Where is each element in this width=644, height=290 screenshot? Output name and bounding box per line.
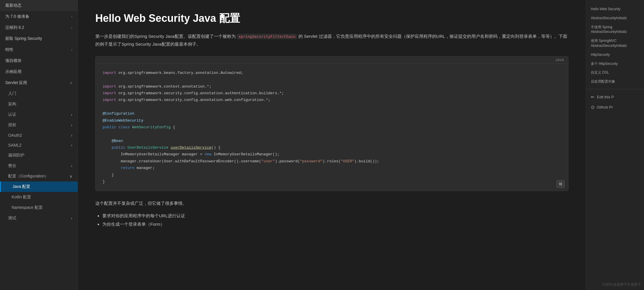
main-content: Hello Web Security Java 配置 第一步是创建我们的Spri… — [78, 0, 586, 290]
code-lang-label: JAVA — [555, 58, 564, 62]
sidebar-item-v7[interactable]: 为 7.0 做准备 › — [0, 11, 78, 22]
chevron-down-icon: ∨ — [69, 174, 72, 179]
sidebar-item-label: 入门 — [8, 91, 16, 96]
sidebar-item-label: 架构 — [8, 102, 16, 107]
code-block-wrapper: JAVA import org.springframework.beans.fa… — [95, 56, 568, 191]
sidebar-item-get-spring[interactable]: 获取 Spring Security — [0, 33, 78, 44]
list-item: 为你生成一个登录表单（Form） — [102, 220, 568, 229]
sidebar-item-auth[interactable]: 认证 › — [0, 109, 78, 120]
sidebar-item-label: 漏洞防护 — [8, 153, 24, 158]
toc-item-abstract3[interactable]: 使用 SpringMVC AbstractSecurityInitializ — [586, 36, 644, 50]
sidebar-item-java-config[interactable]: Java 配置 — [0, 182, 78, 192]
sidebar-item-samples[interactable]: 示例应用 — [0, 66, 78, 77]
sidebar-item-label: Kotlin 配置 — [12, 195, 31, 200]
sidebar-item-label: 示例应用 — [5, 69, 22, 74]
sidebar-item-servlet[interactable]: Servlet 应用 ∨ — [0, 77, 78, 88]
chevron-right-icon: › — [71, 123, 72, 127]
sidebar-item-label: Namespace 配置 — [12, 205, 43, 210]
list-item: 要求对你的应用程序中的每个URL进行认证 — [102, 212, 568, 220]
chevron-right-icon: › — [71, 216, 72, 220]
sidebar-item-saml2[interactable]: SAML2 › — [0, 140, 78, 150]
sidebar-item-label: 授权 — [8, 122, 16, 128]
toc-item-post-process[interactable]: 后处理配置对象 — [586, 77, 644, 86]
sidebar-item-oauth2[interactable]: OAuth2 › — [0, 130, 78, 140]
toc-item-hello[interactable]: Hello Web Security — [586, 5, 644, 14]
toc-item-custom-dsl[interactable]: 自定义 DSL — [586, 68, 644, 77]
watermark: CSDN @蓝胖子不是胖子 — [602, 282, 641, 287]
sidebar-item-label: SAML2 — [8, 143, 22, 147]
edit-icon: ✏ — [591, 95, 595, 100]
sidebar-item-getting-started[interactable]: 入门 — [0, 88, 78, 99]
sidebar-item-label: Servlet 应用 — [5, 80, 27, 86]
sidebar-item-label: 为 7.0 做准备 — [5, 14, 29, 19]
divider — [586, 89, 644, 89]
chevron-right-icon: › — [71, 163, 72, 168]
edit-this-action[interactable]: ✏ Edit this P — [586, 92, 644, 102]
sidebar-item-label: 特性 — [5, 47, 13, 52]
copy-button[interactable]: ⧉ — [557, 180, 565, 188]
code-block: import org.springframework.beans.factory… — [96, 64, 568, 191]
sidebar-item-kotlin-config[interactable]: Kotlin 配置 — [0, 192, 78, 202]
sidebar-item-label: 获取 Spring Security — [5, 36, 42, 41]
code-block-header: JAVA — [96, 56, 568, 64]
sidebar-item-label: Java 配置 — [12, 184, 30, 189]
sidebar-item-label: 认证 — [8, 112, 16, 117]
sidebar-item-configuration[interactable]: 配置（Configuration） ∨ — [0, 171, 78, 182]
toc-item-http-security[interactable]: HttpSecurity — [586, 50, 644, 59]
summary-text: 这个配置并不复杂或广泛，但它做了很多事情。 — [95, 199, 568, 207]
chevron-right-icon: › — [71, 26, 72, 30]
sidebar-item-label: 项目模块 — [5, 58, 22, 63]
sidebar-item-features[interactable]: 特性 › — [0, 44, 78, 55]
chevron-right-icon: › — [71, 143, 72, 147]
sidebar-item-v62[interactable]: 迁移到 6.2 › — [0, 22, 78, 33]
edit-label: Edit this P — [597, 95, 614, 99]
intro-paragraph: 第一步是创建我们的Spring Security Java配置。该配置创建了一个… — [95, 32, 568, 48]
sidebar-item-latest[interactable]: 最新动态 — [0, 0, 78, 11]
sidebar-item-testing[interactable]: 测试 › — [0, 213, 78, 223]
sidebar-item-architecture[interactable]: 架构 — [0, 99, 78, 109]
sidebar-item-label: OAuth2 — [8, 133, 22, 138]
page-title: Hello Web Security Java 配置 — [95, 12, 568, 25]
chevron-right-icon: › — [71, 48, 72, 52]
toc-item-abstract2[interactable]: 不使用 Spring AbstractSecurityInitializ — [586, 23, 644, 37]
right-sidebar: Hello Web Security AbstractSecurityIniti… — [586, 0, 644, 290]
sidebar-item-namespace-config[interactable]: Namespace 配置 — [0, 202, 78, 213]
sidebar-item-modules[interactable]: 项目模块 — [0, 55, 78, 66]
github-icon: ⊙ — [591, 104, 595, 110]
toc-item-abstract1[interactable]: AbstractSecurityInitializ — [586, 14, 644, 23]
sidebar-item-integration[interactable]: 整合 › — [0, 161, 78, 171]
bullet-list: 要求对你的应用程序中的每个URL进行认证 为你生成一个登录表单（Form） — [95, 212, 568, 228]
sidebar-item-authz[interactable]: 授权 › — [0, 120, 78, 130]
toc-item-multi-http[interactable]: 多个 HttpSecurity — [586, 59, 644, 68]
left-sidebar: 最新动态 为 7.0 做准备 › 迁移到 6.2 › 获取 Spring Sec… — [0, 0, 78, 290]
sidebar-item-label: 迁移到 6.2 — [5, 25, 24, 30]
github-label: Github Pr — [597, 105, 613, 109]
sidebar-item-label: 整合 — [8, 163, 16, 168]
chevron-down-icon: ∨ — [70, 81, 72, 85]
chevron-right-icon: › — [71, 133, 72, 138]
sidebar-item-label: 最新动态 — [5, 3, 22, 8]
chevron-right-icon: › — [71, 112, 72, 117]
sidebar-item-label: 配置（Configuration） — [8, 174, 49, 179]
github-pr-action[interactable]: ⊙ Github Pr — [586, 102, 644, 112]
sidebar-item-label: 测试 — [8, 216, 16, 221]
sidebar-item-exploit-protection[interactable]: 漏洞防护 — [0, 150, 78, 161]
chevron-right-icon: › — [71, 15, 72, 19]
